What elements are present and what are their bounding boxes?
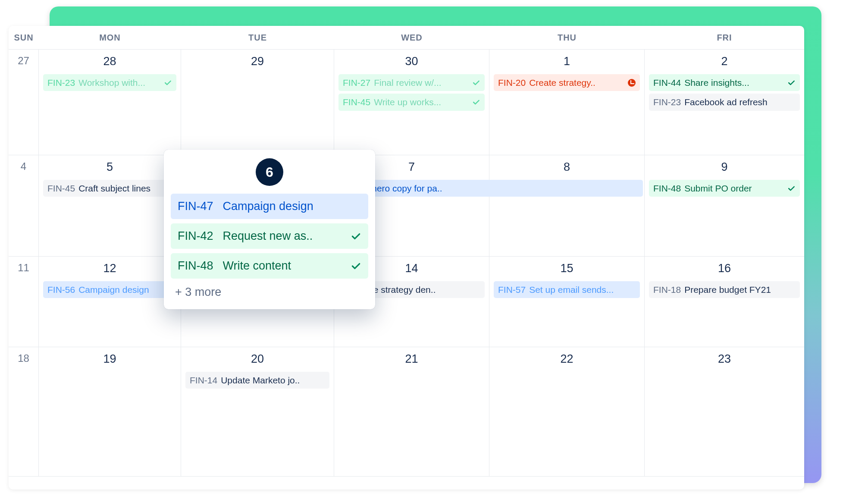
date-number: 18 bbox=[12, 352, 35, 364]
calendar-event[interactable]: FIN-20Create strategy.. bbox=[494, 74, 640, 91]
calendar-event[interactable]: FIN-57Set up email sends... bbox=[494, 281, 640, 298]
check-icon bbox=[787, 78, 796, 87]
check-icon bbox=[472, 98, 480, 107]
check-icon bbox=[350, 260, 361, 272]
calendar-cell[interactable]: 12FIN-56Campaign design bbox=[39, 257, 181, 347]
event-title: Submit PO order bbox=[684, 182, 783, 194]
event-title: Final review w/... bbox=[374, 77, 468, 88]
calendar-cell[interactable]: 11 bbox=[9, 257, 39, 347]
date-number: 19 bbox=[42, 352, 177, 366]
date-number: 11 bbox=[12, 262, 35, 274]
date-number: 28 bbox=[42, 55, 177, 68]
event-key: FIN-42 bbox=[178, 229, 213, 244]
calendar-cell[interactable]: 30FIN-27Final review w/...FIN-45Write up… bbox=[334, 50, 489, 155]
calendar-cell[interactable]: 20FIN-14Update Marketo jo.. bbox=[181, 347, 334, 477]
event-key: FIN-56 bbox=[47, 284, 75, 295]
event-key: FIN-45 bbox=[47, 182, 75, 194]
day-header-tue: TUE bbox=[181, 26, 334, 49]
date-number: 27 bbox=[12, 55, 35, 67]
event-title: Facebook ad refresh bbox=[684, 96, 796, 108]
calendar-cell[interactable]: 21 bbox=[334, 347, 489, 477]
calendar-event[interactable]: FIN-23Workshop with... bbox=[43, 74, 176, 91]
calendar-event[interactable]: FIN-47Campaign design bbox=[171, 194, 368, 219]
event-key: FIN-23 bbox=[653, 96, 681, 108]
date-number: 12 bbox=[42, 262, 177, 275]
event-title: Campaign design bbox=[223, 199, 361, 214]
event-key: FIN-47 bbox=[178, 199, 213, 214]
date-number: 23 bbox=[648, 352, 801, 366]
event-title: Write content bbox=[223, 258, 341, 273]
calendar-event[interactable]: FIN-48Write content bbox=[171, 253, 368, 279]
date-number: 15 bbox=[493, 262, 641, 275]
event-key: FIN-23 bbox=[47, 77, 75, 88]
calendar-cell[interactable]: 19 bbox=[39, 347, 181, 477]
event-key: FIN-27 bbox=[343, 77, 370, 88]
date-number: 20 bbox=[185, 352, 330, 366]
calendar-cell[interactable]: 2FIN-44Share insights...FIN-23Facebook a… bbox=[645, 50, 804, 155]
day-header-thu: THU bbox=[489, 26, 645, 49]
calendar-cell[interactable]: 18 bbox=[9, 347, 39, 477]
event-title: Write up works... bbox=[374, 96, 468, 108]
check-icon bbox=[163, 78, 172, 87]
event-key: FIN-48 bbox=[178, 258, 213, 273]
check-icon bbox=[350, 231, 361, 242]
date-number: 8 bbox=[493, 160, 641, 174]
calendar-event[interactable]: 27New hero copy for pa.. bbox=[329, 180, 643, 197]
calendar-cell[interactable]: 4 bbox=[9, 155, 39, 257]
calendar-event[interactable]: FIN-45Write up works... bbox=[338, 94, 485, 110]
clock-icon bbox=[628, 79, 636, 87]
popover-date-badge: 6 bbox=[256, 158, 283, 186]
date-number: 2 bbox=[648, 55, 801, 68]
calendar-event[interactable]: FIN-27Final review w/... bbox=[338, 74, 485, 91]
event-key: FIN-45 bbox=[343, 96, 370, 108]
date-number: 21 bbox=[338, 352, 486, 366]
calendar-cell[interactable]: 22 bbox=[489, 347, 645, 477]
event-title: New hero copy for pa.. bbox=[351, 182, 639, 194]
calendar-event[interactable]: FIN-23Facebook ad refresh bbox=[649, 94, 800, 110]
calendar-window: SUN MON TUE WED THU FRI 2728FIN-23Worksh… bbox=[9, 26, 804, 489]
event-key: FIN-18 bbox=[653, 284, 681, 295]
check-icon bbox=[787, 184, 796, 193]
calendar-event[interactable]: FIN-42Request new as.. bbox=[171, 223, 368, 249]
calendar-event[interactable]: FIN-18Prepare budget FY21 bbox=[649, 281, 800, 298]
date-number: 16 bbox=[648, 262, 801, 275]
calendar-cell[interactable]: 8 bbox=[489, 155, 645, 257]
calendar-event[interactable]: FIN-14Update Marketo jo.. bbox=[185, 372, 329, 389]
calendar-cell[interactable]: 23 bbox=[645, 347, 804, 477]
check-icon bbox=[472, 78, 480, 87]
event-key: FIN-44 bbox=[653, 77, 681, 88]
event-key: FIN-14 bbox=[190, 374, 217, 386]
calendar-event[interactable]: FIN-44Share insights... bbox=[649, 74, 800, 91]
calendar-cell[interactable]: 1FIN-20Create strategy.. bbox=[489, 50, 645, 155]
calendar-header-row: SUN MON TUE WED THU FRI bbox=[9, 26, 804, 50]
date-number: 5 bbox=[42, 160, 177, 174]
date-number: 1 bbox=[493, 55, 641, 68]
clock-icon bbox=[628, 79, 636, 87]
event-title: Prepare budget FY21 bbox=[684, 284, 796, 295]
event-title: Update Marketo jo.. bbox=[221, 374, 325, 386]
day-header-mon: MON bbox=[39, 26, 181, 49]
calendar-cell[interactable]: 9FIN-48Submit PO order bbox=[645, 155, 804, 257]
date-number: 4 bbox=[12, 160, 35, 173]
calendar-event[interactable]: FIN-48Submit PO order bbox=[649, 180, 800, 197]
popover-more-link[interactable]: + 3 more bbox=[170, 283, 369, 301]
day-popover[interactable]: 6 FIN-47Campaign designFIN-42Request new… bbox=[164, 150, 375, 309]
event-title: Workshop with... bbox=[78, 77, 160, 88]
date-number: 9 bbox=[648, 160, 801, 174]
event-title: Set up email sends... bbox=[529, 284, 636, 295]
calendar-cell[interactable]: 5FIN-45Craft subject lines bbox=[39, 155, 181, 257]
date-number: 22 bbox=[493, 352, 641, 366]
event-key: FIN-20 bbox=[498, 77, 526, 88]
calendar-cell[interactable]: 27 bbox=[9, 50, 39, 155]
event-title: Create strategy.. bbox=[529, 77, 624, 88]
date-number: 30 bbox=[338, 55, 486, 68]
day-header-sun: SUN bbox=[9, 26, 39, 49]
calendar-cell[interactable]: 16FIN-18Prepare budget FY21 bbox=[645, 257, 804, 347]
calendar-cell[interactable]: 29 bbox=[181, 50, 334, 155]
event-key: FIN-48 bbox=[653, 182, 681, 194]
calendar-cell[interactable]: 15FIN-57Set up email sends... bbox=[489, 257, 645, 347]
calendar-cell[interactable]: 28FIN-23Workshop with... bbox=[39, 50, 181, 155]
calendar-body: 2728FIN-23Workshop with...2930FIN-27Fina… bbox=[9, 50, 804, 477]
day-header-fri: FRI bbox=[645, 26, 804, 49]
event-title: Share insights... bbox=[684, 77, 783, 88]
